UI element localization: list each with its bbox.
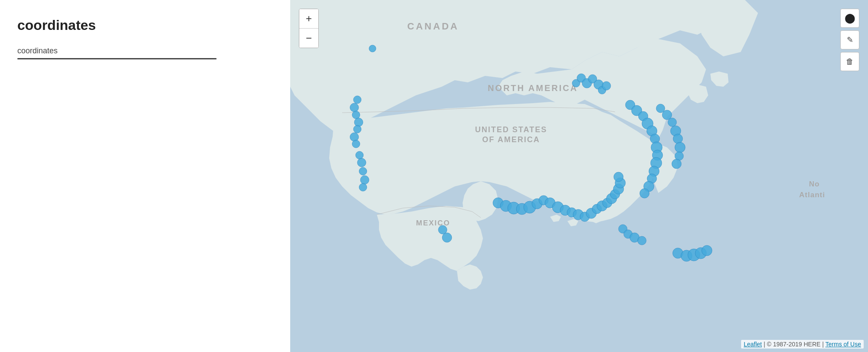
copyright-text: © 1987-2019 HERE | <box>767 341 825 348</box>
svg-point-46 <box>675 142 685 153</box>
svg-point-70 <box>614 172 623 182</box>
svg-point-19 <box>360 176 369 184</box>
svg-point-18 <box>359 167 367 175</box>
svg-point-40 <box>640 189 649 198</box>
svg-point-48 <box>672 159 681 169</box>
terms-of-use-link[interactable]: Terms of Use <box>826 341 861 348</box>
svg-point-20 <box>359 183 367 191</box>
svg-text:CANADA: CANADA <box>407 21 459 32</box>
delete-button[interactable]: 🗑 <box>840 52 859 71</box>
svg-point-8 <box>369 45 376 52</box>
svg-point-17 <box>357 158 366 167</box>
map-attribution: Leaflet | © 1987-2019 HERE | Terms of Us… <box>741 340 864 349</box>
svg-point-27 <box>602 81 611 90</box>
svg-text:UNITED STATES: UNITED STATES <box>475 125 547 134</box>
svg-point-81 <box>702 245 712 256</box>
svg-point-16 <box>356 151 363 159</box>
zoom-out-button[interactable]: − <box>299 29 318 48</box>
marker-icon: ⬤ <box>845 13 855 24</box>
svg-point-11 <box>352 111 360 119</box>
field-underline <box>17 58 217 59</box>
right-controls: ⬤ ✎ 🗑 <box>840 9 859 71</box>
svg-point-76 <box>638 236 646 245</box>
marker-button[interactable]: ⬤ <box>840 9 859 28</box>
edit-button[interactable]: ✎ <box>840 30 859 49</box>
panel-title: coordinates <box>17 17 273 33</box>
svg-point-15 <box>352 140 360 148</box>
zoom-controls: + − <box>299 9 319 48</box>
map-background: CANADA NORTH AMERICA UNITED STATES OF AM… <box>290 0 868 352</box>
svg-text:OF AMERICA: OF AMERICA <box>482 135 540 144</box>
map-container: CANADA NORTH AMERICA UNITED STATES OF AM… <box>290 0 868 352</box>
svg-text:MEXICO: MEXICO <box>416 219 450 227</box>
svg-point-72 <box>442 233 452 242</box>
delete-icon: 🗑 <box>846 57 854 66</box>
svg-text:No: No <box>809 180 820 188</box>
svg-text:Atlanti: Atlanti <box>799 191 825 199</box>
svg-text:NORTH AMERICA: NORTH AMERICA <box>488 83 578 93</box>
leaflet-link[interactable]: Leaflet <box>744 341 762 348</box>
svg-point-43 <box>668 118 677 127</box>
field-label: coordinates <box>17 46 273 55</box>
svg-point-45 <box>673 134 683 143</box>
edit-icon: ✎ <box>847 35 853 45</box>
svg-point-10 <box>350 103 359 112</box>
zoom-in-button[interactable]: + <box>299 9 318 28</box>
svg-point-9 <box>353 96 361 104</box>
svg-point-13 <box>353 125 361 133</box>
left-panel: coordinates coordinates <box>0 0 290 352</box>
